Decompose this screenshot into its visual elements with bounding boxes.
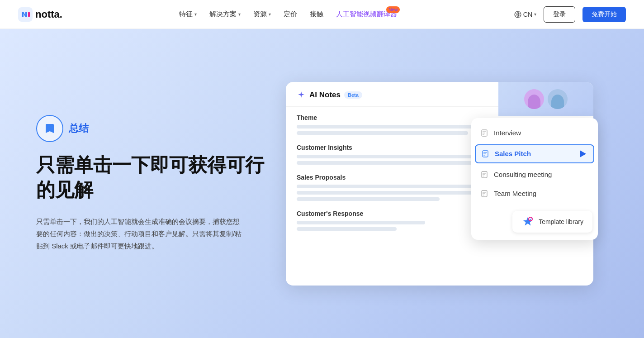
nav-features[interactable]: 特征 ▾ bbox=[179, 10, 197, 19]
nav-contact[interactable]: 接触 bbox=[310, 10, 323, 19]
login-button[interactable]: 登录 bbox=[544, 6, 575, 23]
ai-spark-icon bbox=[297, 90, 306, 100]
lang-label: CN bbox=[523, 11, 532, 18]
logo[interactable]: notta. bbox=[18, 7, 62, 22]
document-icon bbox=[480, 190, 488, 198]
ai-notes-card: AI Notes Beta ? bbox=[286, 82, 593, 286]
hero-desc: 只需单击一下，我们的人工智能就会生成准确的会议摘要，捕获您想要的任何内容：做出的… bbox=[36, 215, 244, 252]
line-block bbox=[297, 227, 397, 231]
svg-rect-1 bbox=[28, 12, 30, 17]
dropdown-item-sales-pitch[interactable]: Sales Pitch bbox=[475, 144, 594, 163]
dropdown-item-team-meeting[interactable]: Team Meeting bbox=[471, 184, 598, 203]
dropdown-item-consulting[interactable]: Consulting meeting bbox=[471, 165, 598, 184]
badge-icon bbox=[36, 115, 63, 142]
logo-text: notta. bbox=[35, 9, 62, 20]
chevron-icon: ▾ bbox=[194, 12, 197, 17]
language-selector[interactable]: CN ▾ bbox=[514, 11, 536, 18]
main-section: 总结 只需单击一下即可获得可行的见解 只需单击一下，我们的人工智能就会生成准确的… bbox=[0, 29, 644, 338]
dropdown-item-label: Interview bbox=[494, 129, 521, 137]
hero-badge-label: 总结 bbox=[69, 122, 89, 135]
nav-solutions[interactable]: 解决方案 ▾ bbox=[209, 10, 241, 19]
avatar-row bbox=[498, 82, 593, 116]
nav-links: 特征 ▾ 解决方案 ▾ 资源 ▾ 定价 接触 人工智能视频翻译器 New bbox=[179, 10, 397, 19]
document-icon bbox=[480, 129, 488, 137]
card-title: AI Notes bbox=[309, 90, 341, 100]
document-icon bbox=[481, 150, 489, 158]
badge-wrap: 总结 bbox=[36, 115, 271, 142]
dropdown-item-interview[interactable]: Interview bbox=[471, 124, 598, 143]
new-badge: New bbox=[386, 6, 400, 13]
bookmark-icon bbox=[43, 122, 56, 135]
chevron-icon: ▾ bbox=[238, 12, 241, 17]
line-block bbox=[297, 221, 425, 224]
nav-right: CN ▾ 登录 免费开始 bbox=[514, 6, 626, 23]
hero-left: 总结 只需单击一下即可获得可行的见解 只需单击一下，我们的人工智能就会生成准确的… bbox=[36, 115, 271, 252]
line-block bbox=[297, 191, 497, 195]
dropdown-item-label: Team Meeting bbox=[494, 190, 536, 197]
nav-ai-translator[interactable]: 人工智能视频翻译器 New bbox=[336, 10, 397, 19]
nav-resources[interactable]: 资源 ▾ bbox=[253, 10, 271, 19]
nav-pricing[interactable]: 定价 bbox=[284, 10, 297, 19]
globe-icon bbox=[514, 11, 521, 18]
hero-right: AI Notes Beta ? bbox=[271, 82, 608, 286]
chevron-icon: ▾ bbox=[534, 12, 536, 17]
cursor-icon bbox=[580, 150, 586, 157]
navbar: notta. 特征 ▾ 解决方案 ▾ 资源 ▾ 定价 接触 人工智能视频翻译器 … bbox=[0, 0, 644, 29]
logo-icon bbox=[18, 7, 33, 22]
beta-badge: Beta bbox=[344, 91, 362, 99]
dropdown-item-label: Sales Pitch bbox=[495, 150, 531, 157]
line-block bbox=[297, 131, 468, 135]
template-icon bbox=[521, 215, 534, 228]
card-title-wrap: AI Notes Beta bbox=[297, 90, 362, 100]
template-dropdown: Interview Sales Pitch bbox=[471, 118, 598, 240]
chevron-icon: ▾ bbox=[269, 12, 271, 17]
template-library-label: Template library bbox=[539, 218, 583, 225]
dropdown-item-label: Consulting meeting bbox=[494, 171, 552, 178]
svg-point-2 bbox=[515, 11, 521, 18]
template-library-button[interactable]: Template library bbox=[512, 211, 592, 233]
hero-title: 只需单击一下即可获得可行的见解 bbox=[36, 153, 271, 202]
signup-button[interactable]: 免费开始 bbox=[582, 7, 626, 22]
line-block bbox=[297, 197, 440, 201]
document-icon bbox=[480, 171, 488, 179]
